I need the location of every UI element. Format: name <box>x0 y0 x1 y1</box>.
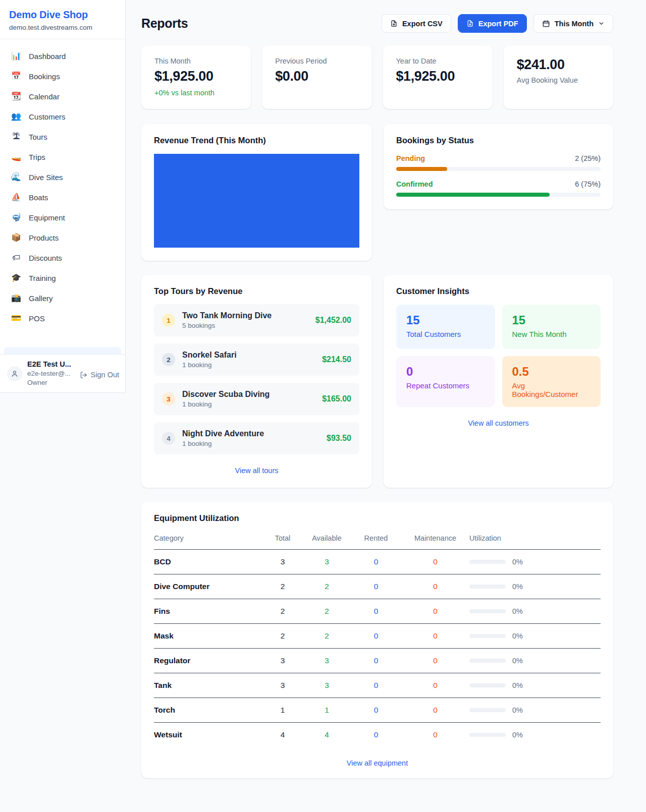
period-select[interactable]: This Month <box>533 14 613 33</box>
nav-item-icon: 📆 <box>11 91 21 101</box>
nav-item-icon: 💳 <box>11 313 21 323</box>
cell-category: Torch <box>154 698 262 722</box>
status-count: 2 (25%) <box>575 154 601 162</box>
user-info: E2E Test U... e2e-tester@... Owner <box>27 360 71 386</box>
utilization-percent: 0% <box>512 607 523 615</box>
nav-item-icon: 📦 <box>11 233 21 243</box>
cell-total: 2 <box>262 599 303 623</box>
insight-tile: 15 Total Customers <box>396 305 495 349</box>
cell-total: 3 <box>262 550 303 574</box>
nav-item-icon: 📸 <box>11 293 21 303</box>
cell-total: 3 <box>262 673 303 698</box>
equipment-table-body: BCD 3 3 0 0 0% Dive Computer 2 <box>154 550 601 747</box>
nav-item-label: Discounts <box>29 254 62 262</box>
tour-revenue: $165.00 <box>322 394 351 403</box>
nav-item-label: Trips <box>29 153 45 161</box>
sidebar-item[interactable]: 📆 Calendar <box>4 86 121 106</box>
sidebar-header: Demo Dive Shop demo.test.divestreams.com <box>0 0 125 39</box>
tour-name: Night Dive Adventure <box>182 429 264 438</box>
nav-item-icon: 📅 <box>11 71 21 81</box>
utilization-bar <box>469 683 506 687</box>
view-all-tours-link[interactable]: View all tours <box>235 467 279 475</box>
view-all-customers-link[interactable]: View all customers <box>468 419 529 427</box>
status-count: 6 (75%) <box>575 180 601 188</box>
status-bar-fill <box>396 193 550 197</box>
tour-row[interactable]: 2 Snorkel Safari 1 booking $214.50 <box>154 343 359 376</box>
stat-card-year-to-date: Year to Date $1,925.00 <box>383 45 493 109</box>
status-bar-fill <box>396 167 447 171</box>
cell-total: 2 <box>262 574 303 599</box>
header-actions: Export CSV Export PDF This Month <box>382 14 613 33</box>
sidebar-item[interactable]: 📊 Dashboard <box>4 46 121 66</box>
user-name: E2E Test U... <box>27 360 71 368</box>
sidebar-item[interactable]: 📦 Products <box>4 227 121 248</box>
nav-item-label: Customers <box>29 112 66 121</box>
sidebar-item[interactable]: 🏷 Discounts <box>4 248 121 268</box>
utilization-percent: 0% <box>512 632 523 640</box>
sidebar-item-reports[interactable] <box>4 347 121 354</box>
cell-maintenance: 0 <box>401 624 469 648</box>
tour-rank-badge: 1 <box>162 314 175 327</box>
sidebar-item[interactable]: 🏝 Tours <box>4 127 121 147</box>
stat-value: $241.00 <box>517 57 600 73</box>
table-row: Dive Computer 2 2 0 0 0% <box>154 574 601 599</box>
cell-total: 1 <box>262 698 303 722</box>
status-label: Pending <box>396 154 425 162</box>
sidebar-item[interactable]: 💳 POS <box>4 308 121 328</box>
stat-value: $1,925.00 <box>154 69 238 84</box>
top-tours-title: Top Tours by Revenue <box>154 286 359 296</box>
export-pdf-button[interactable]: Export PDF <box>458 14 527 33</box>
sidebar-item[interactable]: 👥 Customers <box>4 106 121 127</box>
insight-label: Avg Bookings/Customer <box>512 381 591 398</box>
tour-row[interactable]: 3 Discover Scuba Diving 1 booking $165.0… <box>154 383 359 415</box>
tour-row[interactable]: 1 Two Tank Morning Dive 5 bookings $1,45… <box>154 304 359 336</box>
page-title: Reports <box>141 16 188 31</box>
tour-rank-badge: 3 <box>162 392 175 405</box>
tour-bookings: 1 booking <box>182 400 270 408</box>
sidebar-item[interactable]: 🌊 Dive Sites <box>4 167 121 187</box>
sidebar-item[interactable]: 🎓 Training <box>4 268 121 288</box>
tour-list: 1 Two Tank Morning Dive 5 bookings $1,45… <box>154 304 359 454</box>
insight-value: 15 <box>512 313 591 327</box>
status-bar-track <box>396 167 601 171</box>
sign-out-button[interactable]: Sign Out <box>80 371 119 379</box>
cell-rented: 0 <box>351 599 401 623</box>
sidebar-item[interactable]: 📸 Gallery <box>4 288 121 308</box>
col-utilization: Utilization <box>469 530 601 549</box>
cell-category: Dive Computer <box>154 574 262 599</box>
cell-category: Wetsuit <box>154 723 262 747</box>
nav-item-icon: 🏝 <box>11 132 21 142</box>
bookings-by-status-title: Bookings by Status <box>396 136 601 145</box>
nav-item-label: POS <box>29 314 45 323</box>
utilization-bar <box>469 708 506 712</box>
tour-rank-badge: 4 <box>162 432 175 445</box>
col-rented: Rented <box>351 530 401 549</box>
cell-rented: 0 <box>351 673 401 698</box>
view-all-equipment-link[interactable]: View all equipment <box>347 759 408 767</box>
tour-revenue: $214.50 <box>322 355 351 364</box>
cell-utilization: 0% <box>469 600 601 623</box>
sidebar-item[interactable]: ⛵ Boats <box>4 187 121 207</box>
brand-title: Demo Dive Shop <box>9 9 116 21</box>
cell-available: 3 <box>303 649 351 673</box>
cell-utilization: 0% <box>469 575 601 598</box>
export-csv-button[interactable]: Export CSV <box>382 14 451 33</box>
sidebar-nav: 📊 Dashboard 📅 Bookings 📆 Calendar 👥 Cust… <box>0 39 125 347</box>
sidebar-item[interactable]: 📅 Bookings <box>4 66 121 86</box>
col-available: Available <box>303 530 351 549</box>
cell-maintenance: 0 <box>401 550 469 574</box>
col-category: Category <box>154 530 262 549</box>
user-section: E2E Test U... e2e-tester@... Owner Sign … <box>0 354 125 392</box>
nav-item-label: Tours <box>29 133 47 141</box>
nav-item-icon: 🏷 <box>11 253 21 263</box>
customer-insights-title: Customer Insights <box>396 286 601 296</box>
utilization-percent: 0% <box>512 583 523 591</box>
utilization-bar <box>469 585 506 589</box>
utilization-percent: 0% <box>512 681 523 689</box>
top-tours-card: Top Tours by Revenue 1 Two Tank Morning … <box>141 275 372 488</box>
sidebar-item[interactable]: 🚤 Trips <box>4 147 121 167</box>
customer-insights-card: Customer Insights 15 Total Customers 15 … <box>384 275 613 488</box>
cell-total: 4 <box>262 723 303 747</box>
sidebar-item[interactable]: 🤿 Equipment <box>4 207 121 227</box>
tour-row[interactable]: 4 Night Dive Adventure 1 booking $93.50 <box>154 422 359 454</box>
